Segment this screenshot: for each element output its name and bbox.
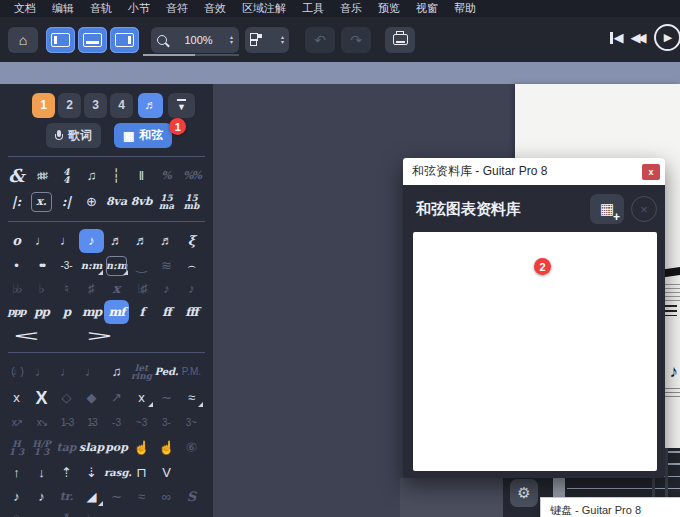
menu-file[interactable]: 文档 [6, 0, 44, 17]
string-number-icon[interactable]: ⑥ [179, 436, 204, 460]
pop-icon[interactable]: pop [104, 436, 129, 460]
simile-mark-icon[interactable]: % [154, 164, 179, 188]
wide-vibrato-icon[interactable]: ≈ [179, 386, 204, 410]
key-signature-icon[interactable]: ♯♯♯ [29, 164, 54, 188]
vibrato-wavy-icon[interactable]: ≈ [129, 485, 154, 509]
voice-3-button[interactable]: 3 [84, 93, 107, 118]
quarter-note-icon[interactable]: ♩ [54, 229, 79, 253]
clear-chord-button-disabled[interactable]: × [631, 196, 657, 222]
left-hand-tap-icon[interactable]: ☝ [129, 436, 154, 460]
menu-edit[interactable]: 编辑 [44, 0, 82, 17]
repeat-open-icon[interactable]: |: [4, 190, 29, 214]
arc-icon[interactable]: ⌣ [29, 506, 54, 517]
multitrack-view-control[interactable]: ▴▾ [245, 27, 289, 53]
double-flat-icon[interactable]: ♭♭ [4, 277, 29, 301]
right-hand-tap-icon[interactable]: ☝ [154, 436, 179, 460]
vertical-view-button[interactable] [110, 27, 139, 53]
accent-icon[interactable]: ♩ [29, 360, 54, 384]
sharp-icon[interactable]: ♯ [79, 277, 104, 301]
slide-out-down-icon[interactable]: x↘ [29, 411, 54, 435]
simile-box-icon[interactable]: x. [29, 190, 54, 214]
page-view-button[interactable] [46, 27, 75, 53]
dynamic-fff[interactable]: fff [179, 300, 204, 324]
slide-out-up-icon[interactable]: x↗ [4, 411, 29, 435]
dialog-title-bar[interactable]: 和弦资料库 - Guitar Pro 8 x [403, 158, 665, 185]
menu-view[interactable]: 预览 [370, 0, 408, 17]
hammer-on-icon[interactable]: H 1 3 [4, 440, 29, 456]
heavy-accent-icon[interactable]: ♩ [79, 360, 104, 384]
decrescendo-icon[interactable]: > [61, 324, 139, 348]
quindicesima-bassa-icon[interactable]: 15 mb [179, 194, 204, 210]
dynamic-f[interactable]: f [129, 300, 154, 324]
dynamic-ff[interactable]: ff [154, 300, 179, 324]
note-extra-icon[interactable]: ♩ [79, 506, 104, 517]
eighth-note-icon[interactable]: ♪ [79, 229, 104, 253]
sixteenth-note-icon[interactable]: ♬ [104, 229, 129, 253]
voice-2-button[interactable]: 2 [58, 93, 81, 118]
arpeggio-down-icon[interactable]: ⇣ [79, 461, 104, 485]
home-button[interactable]: ⌂ [8, 27, 38, 53]
menu-tools[interactable]: 工具 [294, 0, 332, 17]
let-ring-icon[interactable]: let ring [129, 364, 154, 380]
menu-bar[interactable]: 小节 [120, 0, 158, 17]
menu-note[interactable]: 音符 [158, 0, 196, 17]
zoom-slider[interactable] [143, 54, 239, 56]
multitrack-stepper[interactable]: ▴▾ [281, 35, 284, 45]
whole-note-icon[interactable]: o [4, 229, 29, 253]
tapping-icon[interactable]: x [129, 386, 154, 410]
sixty-fourth-note-icon[interactable]: ♬ [154, 229, 179, 253]
menu-section[interactable]: 区域注解 [234, 0, 294, 17]
downstroke-icon[interactable]: ⊓ [129, 461, 154, 485]
dynamic-p[interactable]: p [54, 300, 79, 324]
menu-music[interactable]: 音乐 [332, 0, 370, 17]
inverted-turn-icon[interactable]: S [179, 485, 204, 509]
slur-icon[interactable]: ♫ [104, 360, 129, 384]
half-note-icon[interactable]: ♩ [29, 229, 54, 253]
open-string-icon[interactable]: ○ [4, 506, 29, 517]
dialog-close-button[interactable]: x [642, 164, 660, 180]
upstroke-icon[interactable]: V [154, 461, 179, 485]
arpeggio-up-icon[interactable]: ⇡ [54, 461, 79, 485]
chords-button[interactable]: ▦ 和弦 1 [114, 123, 172, 148]
vibrato-icon[interactable]: ∼ [154, 386, 179, 410]
add-chord-chart-button[interactable]: ▦ + [590, 194, 624, 224]
ottava-bassa-icon[interactable]: 8vb [129, 190, 154, 214]
tie-icon[interactable]: ‿ [129, 254, 154, 278]
legato-slide-icon[interactable]: 1⌢3 [54, 411, 79, 435]
bend-icon[interactable]: ↗ [104, 386, 129, 410]
natural-harmonic-icon[interactable]: ◇ [54, 386, 79, 410]
tuplet-box-icon[interactable]: n:m [104, 254, 129, 278]
rasgueado-icon[interactable]: rasg. [104, 461, 129, 485]
undo-button[interactable]: ↶ [305, 27, 335, 53]
slide-out-flat-icon[interactable]: 3- [154, 411, 179, 435]
pedal-icon[interactable]: Ped. [154, 360, 179, 384]
double-dotted-note-icon[interactable]: •• [29, 254, 54, 278]
fermata-icon[interactable]: ⌢ [179, 254, 204, 278]
grace-note-before-icon[interactable]: ♪ [154, 277, 179, 301]
zoom-stepper[interactable]: ▴▾ [230, 35, 233, 45]
quindicesima-alta-icon[interactable]: 15 ma [154, 194, 179, 210]
dynamic-mp[interactable]: mp [79, 300, 104, 324]
chord-library-list-area[interactable]: 2 [413, 232, 657, 471]
flat-sharp-icon[interactable]: ♭♯ [129, 277, 154, 301]
let-ring-lines-icon[interactable]: ≋ [154, 254, 179, 278]
time-signature-icon[interactable]: 4 4 [54, 168, 79, 184]
tuplet-grouping-icon[interactable]: ♫ [79, 164, 104, 188]
lyrics-button[interactable]: 歌词 [46, 123, 101, 148]
quarter-rest-icon[interactable]: ξ [179, 229, 204, 253]
menu-effects[interactable]: 音效 [196, 0, 234, 17]
brush-up-icon[interactable]: ↑ [4, 461, 29, 485]
menu-help[interactable]: 帮助 [446, 0, 484, 17]
dynamic-ppp[interactable]: ppp [4, 300, 29, 324]
rewind-button[interactable]: ◀◀ [631, 30, 647, 45]
slide-in-above-icon[interactable]: ~3 [129, 411, 154, 435]
asterisk-icon[interactable]: * [54, 506, 79, 517]
dotted-note-icon[interactable]: • [4, 254, 29, 278]
slide-out-wave-icon[interactable]: 3~ [179, 411, 204, 435]
cross-note-large-icon[interactable]: X [29, 386, 54, 410]
coda-icon[interactable]: ⊕ [79, 190, 104, 214]
dynamic-mf[interactable]: mf [104, 300, 129, 324]
shift-slide-icon[interactable]: 1-3 [79, 411, 104, 435]
dashed-barline-icon[interactable]: ┆ [104, 164, 129, 188]
double-barline-icon[interactable]: ‖ [129, 164, 154, 188]
